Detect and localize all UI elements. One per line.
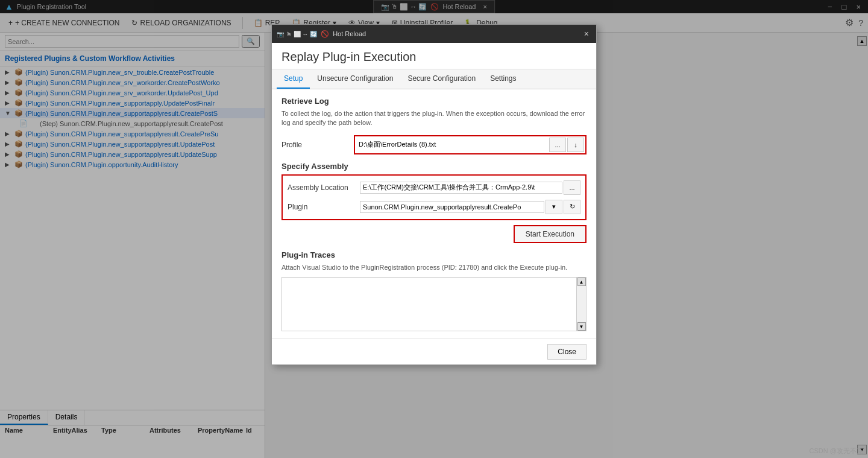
profile-label: Profile xyxy=(281,141,354,149)
start-execution-button[interactable]: Start Execution xyxy=(514,225,587,243)
dialog-titlebar-center: 📷 🖱 ⬜ ↔ 🔄 🚫 Hot Reload xyxy=(277,30,366,38)
dialog-tabs: Setup Unsecure Configuration Secure Conf… xyxy=(272,69,596,89)
assembly-form-group: Assembly Location ... Plugin ▾ ↻ xyxy=(281,174,587,220)
profile-field-group: ... ↓ xyxy=(354,135,587,154)
profile-browse-btn[interactable]: ... xyxy=(549,138,566,152)
traces-box: ▲ ▼ xyxy=(281,277,587,331)
specify-assembly-section: Specify Assembly Assembly Location ... P… xyxy=(281,162,587,220)
plugin-dropdown-btn[interactable]: ▾ xyxy=(546,200,562,214)
profile-row: Profile ... ↓ xyxy=(281,135,587,154)
tab-secure[interactable]: Secure Configuration xyxy=(400,69,483,89)
retrieve-log-desc: To collect the log, do the action that t… xyxy=(281,109,587,128)
plugin-row: Plugin ▾ ↻ xyxy=(288,200,580,214)
dialog-hotreload-label: Hot Reload xyxy=(333,30,366,37)
traces-scroll-up-btn[interactable]: ▲ xyxy=(577,278,586,286)
dialog-toolbar-icons: 📷 🖱 ⬜ ↔ 🔄 xyxy=(277,31,317,37)
dialog-footer: Close xyxy=(272,339,596,364)
dialog-title: Replay Plug-in Execution xyxy=(272,43,596,69)
retrieve-log-heading: Retrieve Log xyxy=(281,97,587,106)
tab-unsecure[interactable]: Unsecure Configuration xyxy=(310,69,400,89)
plugin-traces-heading: Plug-in Traces xyxy=(281,250,587,259)
specify-assembly-heading: Specify Assembly xyxy=(281,162,587,171)
dialog-close-button[interactable]: Close xyxy=(547,344,587,360)
plugin-traces-section: Plug-in Traces Attach Visual Studio to t… xyxy=(281,250,587,331)
dialog: 📷 🖱 ⬜ ↔ 🔄 🚫 Hot Reload × Replay Plug-in … xyxy=(271,24,597,365)
plugin-traces-desc: Attach Visual Studio to the PluginRegist… xyxy=(281,263,587,272)
plugin-refresh-btn[interactable]: ↻ xyxy=(564,200,580,214)
assembly-browse-btn[interactable]: ... xyxy=(564,180,580,195)
tab-setup[interactable]: Setup xyxy=(277,69,310,89)
traces-scroll-down-btn[interactable]: ▼ xyxy=(577,322,586,331)
plugin-label: Plugin xyxy=(288,203,360,211)
dialog-overlay: 📷 🖱 ⬜ ↔ 🔄 🚫 Hot Reload × Replay Plug-in … xyxy=(0,0,868,458)
start-execution-row: Start Execution xyxy=(281,220,587,248)
assembly-location-label: Assembly Location xyxy=(288,183,360,192)
dialog-body: Retrieve Log To collect the log, do the … xyxy=(272,89,596,339)
profile-input[interactable] xyxy=(356,139,548,150)
dialog-titlebar: 📷 🖱 ⬜ ↔ 🔄 🚫 Hot Reload × xyxy=(272,25,596,43)
watermark: CSDN @攻无不克 xyxy=(810,447,863,456)
plugin-input[interactable] xyxy=(360,201,544,213)
profile-download-btn[interactable]: ↓ xyxy=(567,138,584,152)
dialog-stop-icon: 🚫 xyxy=(321,30,329,38)
dialog-titlebar-close[interactable]: × xyxy=(582,29,591,39)
assembly-location-row: Assembly Location ... xyxy=(288,180,580,195)
tab-settings[interactable]: Settings xyxy=(483,69,523,89)
traces-scrollbar: ▲ ▼ xyxy=(576,278,586,331)
assembly-location-input[interactable] xyxy=(360,182,562,194)
